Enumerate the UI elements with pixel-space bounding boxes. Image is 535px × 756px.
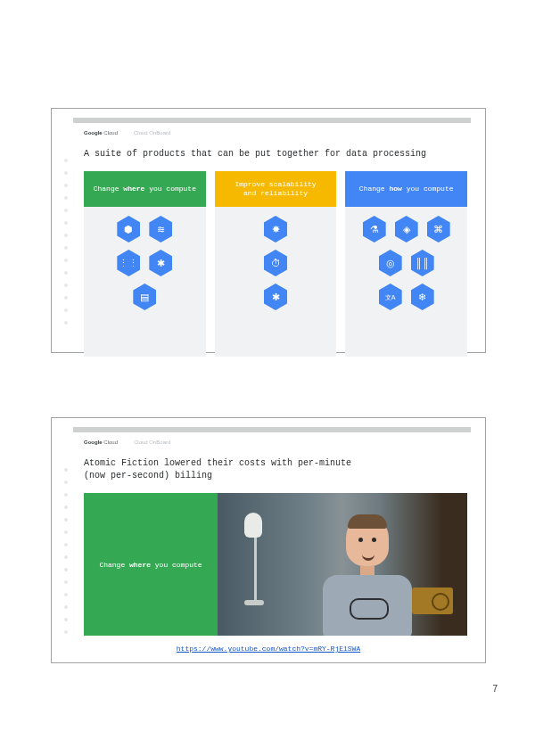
slide-top-strip xyxy=(73,118,471,123)
vision-api-icon: ◈ xyxy=(395,216,418,242)
cloud-storage-icon: ≋ xyxy=(149,216,172,242)
slide2-title: Atomic Fiction lowered their costs with … xyxy=(84,457,485,482)
slide-top-strip xyxy=(73,427,471,432)
person-illustration xyxy=(314,516,421,636)
slide-side-dots xyxy=(64,159,68,325)
page-number: 7 xyxy=(492,684,498,694)
lamp-icon xyxy=(244,513,266,611)
slide2-green-panel: Change where you compute xyxy=(84,493,218,636)
column-scalability: Improve scalabilityand reliability ✸ ⏱ ✱ xyxy=(215,171,337,357)
brand-sub: Cloud OnBoard xyxy=(134,440,170,445)
column-where: Change where you compute ⬢ ≋ ⋮⋮ ✱ ▤ xyxy=(84,171,206,357)
column-head-scalability: Improve scalabilityand reliability xyxy=(215,171,337,207)
slide2-body: Change where you compute xyxy=(84,493,467,636)
brand-row: Google Cloud Cloud OnBoard xyxy=(84,440,485,445)
slide-2: Google Cloud Cloud OnBoard Atomic Fictio… xyxy=(51,417,486,663)
compute-engine-icon: ⬢ xyxy=(117,216,140,242)
bigquery-icon: ◎ xyxy=(379,250,402,276)
column-body-scalability: ✸ ⏱ ✱ xyxy=(215,207,337,357)
datastore-icon: ▤ xyxy=(133,284,156,310)
brand-row: Google Cloud Cloud OnBoard xyxy=(84,130,485,136)
speech-api-icon: ║║ xyxy=(411,250,434,276)
dataflow-icon: ✱ xyxy=(149,250,172,276)
radio-prop-icon xyxy=(412,588,453,614)
slide-1: Google Cloud Cloud OnBoard A suite of pr… xyxy=(51,108,486,353)
column-head-how: Change how you compute xyxy=(345,171,467,207)
ml-engine-icon: ⚗ xyxy=(363,216,386,242)
column-how: Change how you compute ⚗ ◈ ⌘ ◎ ║║ 文A ❄ xyxy=(345,171,467,357)
column-head-where: Change where you compute xyxy=(84,171,206,207)
cloud-scheduler-icon: ⏱ xyxy=(264,250,287,276)
brand-name: Google Cloud xyxy=(84,440,118,445)
slide-side-dots xyxy=(64,468,68,634)
nlp-api-icon: ❄ xyxy=(411,284,434,310)
translate-api-icon: 文A xyxy=(379,284,402,310)
brand-name: Google Cloud xyxy=(84,130,118,136)
dataflow-icon: ✱ xyxy=(264,284,287,310)
brand-sub: Cloud OnBoard xyxy=(134,130,170,136)
slide2-video-thumbnail[interactable] xyxy=(218,493,467,636)
column-body-where: ⬢ ≋ ⋮⋮ ✱ ▤ xyxy=(84,207,206,357)
slide1-columns: Change where you compute ⬢ ≋ ⋮⋮ ✱ ▤ Impr… xyxy=(84,171,467,357)
column-body-how: ⚗ ◈ ⌘ ◎ ║║ 文A ❄ xyxy=(345,207,467,357)
pubsub-icon: ⋮⋮ xyxy=(117,250,140,276)
slide2-youtube-link[interactable]: https://www.youtube.com/watch?v=mRY-RjE1… xyxy=(52,645,485,653)
dataproc-icon: ✸ xyxy=(264,216,287,242)
genomics-icon: ⌘ xyxy=(427,216,450,242)
slide1-title: A suite of products that can be put toge… xyxy=(84,148,485,160)
